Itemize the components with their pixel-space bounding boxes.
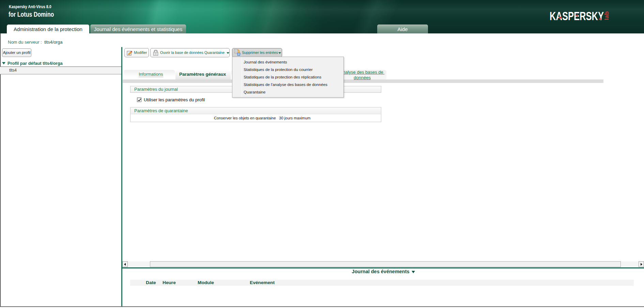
- svg-text:lab: lab: [603, 11, 610, 20]
